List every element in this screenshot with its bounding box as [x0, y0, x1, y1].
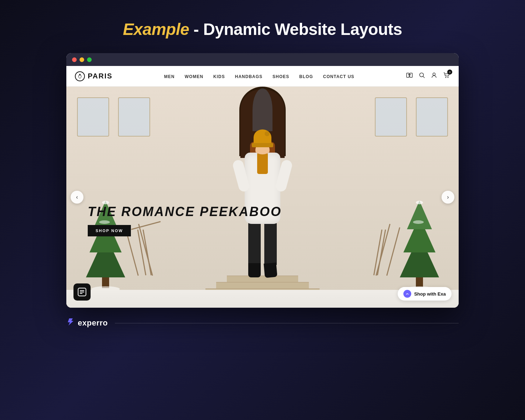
tree-left [86, 235, 125, 292]
title-rest: - Dynamic Website Layouts [189, 20, 402, 39]
logo-text: PARIS [88, 72, 113, 80]
hero-background [66, 87, 459, 308]
footer-divider [115, 323, 459, 323]
title-highlight: Example [123, 20, 189, 39]
page-title: Example - Dynamic Website Layouts [123, 20, 402, 39]
carousel-next-button[interactable]: › [442, 191, 454, 204]
cart-icon[interactable]: 0 [443, 72, 450, 81]
window-right-2 [375, 97, 407, 137]
nav-item-blog[interactable]: BLOG [299, 73, 313, 80]
shop-exa-button[interactable]: Shop with Exa [398, 287, 452, 301]
site-nav: MEN WOMEN KIDS HANDBAGS SHOES BLOG CONTA… [164, 73, 354, 80]
footer-logo-text: experro [78, 318, 108, 328]
window-left-1 [77, 97, 109, 137]
chatbot-button[interactable] [73, 283, 91, 301]
cart-badge: 0 [447, 70, 452, 75]
svg-point-6 [445, 77, 447, 78]
shop-exa-icon [403, 290, 411, 298]
site-logo[interactable]: PARIS [75, 71, 113, 81]
browser-window: PARIS MEN WOMEN KIDS HANDBAGS SHOES BLOG… [66, 53, 459, 308]
nav-item-kids[interactable]: KIDS [213, 73, 225, 80]
carousel-prev-button[interactable]: ‹ [71, 191, 83, 204]
browser-dot-close[interactable] [72, 57, 77, 62]
browser-dot-minimize[interactable] [80, 57, 84, 62]
nav-icons: 0 [406, 72, 450, 81]
hero-content: THE ROMANCE PEEKABOO SHOP NOW [88, 204, 282, 236]
nav-item-handbags[interactable]: HANDBAGS [235, 73, 262, 80]
site-navbar: PARIS MEN WOMEN KIDS HANDBAGS SHOES BLOG… [66, 66, 459, 87]
window-right-1 [416, 97, 448, 137]
model-figure [245, 129, 280, 277]
svg-rect-0 [407, 73, 409, 77]
nav-item-women[interactable]: WOMEN [185, 73, 203, 80]
svg-point-5 [433, 73, 435, 76]
footer-area: experro [66, 318, 459, 328]
svg-rect-1 [410, 73, 412, 77]
window-left-2 [118, 97, 150, 137]
hero-cta-button[interactable]: SHOP NOW [88, 225, 131, 236]
svg-line-4 [423, 76, 424, 78]
door-glass [253, 88, 272, 131]
nav-item-contact[interactable]: CONTACT US [323, 73, 355, 80]
compare-icon[interactable] [406, 72, 413, 81]
tree-right [400, 235, 439, 292]
logo-icon [75, 71, 85, 81]
hero-title: THE ROMANCE PEEKABOO [88, 204, 282, 219]
user-icon[interactable] [431, 72, 437, 80]
footer-logo-icon [66, 318, 75, 328]
nav-item-shoes[interactable]: SHOES [272, 73, 289, 80]
browser-dot-maximize[interactable] [87, 57, 92, 62]
hero-section: THE ROMANCE PEEKABOO SHOP NOW ‹ › Shop [66, 87, 459, 308]
search-icon[interactable] [419, 72, 425, 80]
shop-exa-label: Shop with Exa [414, 291, 446, 297]
svg-point-7 [448, 77, 449, 78]
nav-item-men[interactable]: MEN [164, 73, 175, 80]
footer-logo[interactable]: experro [66, 318, 108, 328]
browser-titlebar [66, 53, 459, 66]
